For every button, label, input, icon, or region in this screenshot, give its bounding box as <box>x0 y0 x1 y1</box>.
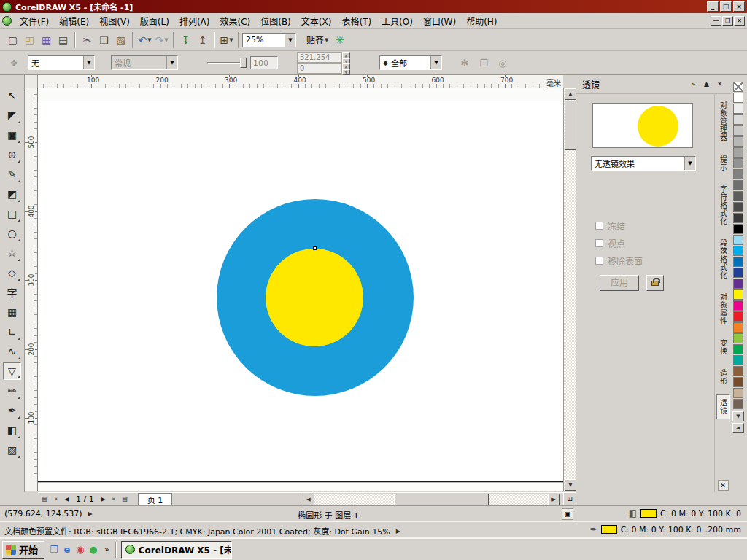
cut-icon[interactable]: ✂ <box>79 31 96 49</box>
undo-icon[interactable]: ↶▼ <box>136 31 153 49</box>
zoom-level-select[interactable]: 25% ▼ <box>242 33 296 47</box>
transparency-tool[interactable]: ▽ <box>3 362 21 380</box>
doc-close-button[interactable]: ✕ <box>734 16 745 26</box>
chevron-down-icon[interactable]: ▼ <box>430 56 441 69</box>
scroll-left-icon[interactable]: ◀ <box>303 494 314 505</box>
horizontal-scrollbar[interactable]: ◀ ▶ <box>303 494 560 505</box>
chevron-down-icon[interactable]: ▼ <box>147 37 151 43</box>
rectangle-tool[interactable]: □ <box>3 205 21 222</box>
color-swatch[interactable] <box>733 169 743 179</box>
color-swatch[interactable] <box>733 136 743 147</box>
color-swatch[interactable] <box>733 322 743 332</box>
table-tool[interactable]: ▦ <box>3 303 21 321</box>
desktop-icon[interactable]: ❐ <box>47 543 61 556</box>
color-swatch[interactable] <box>733 202 743 212</box>
scroll-up-icon[interactable]: ▲ <box>565 88 576 100</box>
menu-item[interactable]: 效果(C) <box>214 13 255 28</box>
color-swatch[interactable] <box>733 257 743 267</box>
slider-thumb[interactable] <box>240 58 247 68</box>
transparency-target-select[interactable]: ◆ 全部 ▼ <box>379 55 442 70</box>
menu-item[interactable]: 工具(O) <box>376 13 418 28</box>
status-flyout-icon[interactable]: ▶ <box>88 510 93 517</box>
menu-item[interactable]: 视图(V) <box>94 13 135 28</box>
color-swatch[interactable] <box>733 366 743 376</box>
quick-launch-overflow-icon[interactable]: » <box>103 545 111 554</box>
vertical-ruler[interactable]: 500400300200100 <box>25 88 38 491</box>
menu-item[interactable]: 位图(B) <box>255 13 296 28</box>
color-swatch[interactable] <box>733 158 743 168</box>
apply-button[interactable]: 应用 <box>600 275 639 291</box>
color-swatch[interactable] <box>733 213 743 223</box>
transparency-y-field[interactable]: 0 <box>297 63 342 74</box>
viewpoint-checkbox[interactable] <box>595 239 603 247</box>
last-page-icon[interactable]: » <box>109 494 120 505</box>
ruler-origin-button[interactable] <box>25 75 38 88</box>
fill-color-swatch[interactable] <box>640 509 657 518</box>
chevron-down-icon[interactable]: ▼ <box>164 37 168 43</box>
connector-tool[interactable]: ∿ <box>3 343 21 360</box>
maximize-button[interactable]: □ <box>720 1 732 12</box>
lock-button[interactable] <box>646 275 664 291</box>
add-page-icon[interactable]: ▤ <box>39 494 50 505</box>
docker-strip-close-icon[interactable]: ✕ <box>718 480 729 491</box>
minimize-button[interactable]: _ <box>707 1 719 12</box>
next-page-icon[interactable]: ▶ <box>98 494 109 505</box>
color-swatch[interactable] <box>733 93 743 103</box>
frozen-checkbox[interactable] <box>595 222 603 230</box>
color-swatch[interactable] <box>733 180 743 190</box>
docker-tab[interactable]: 提示 <box>716 151 730 176</box>
insert-page-icon[interactable]: ▤ <box>120 494 131 505</box>
docker-tab[interactable]: 对象管理器 <box>716 97 730 146</box>
color-swatch[interactable] <box>733 147 743 158</box>
transparency-x-field[interactable]: 321.254 <box>297 52 342 63</box>
color-swatch[interactable] <box>733 104 743 114</box>
scroll-down-icon[interactable]: ▼ <box>565 479 576 491</box>
chevron-down-icon[interactable]: ▼ <box>285 34 295 47</box>
spin-down-icon[interactable]: ▼ <box>342 69 350 75</box>
corel-quick-icon[interactable]: ● <box>87 543 100 556</box>
color-swatch[interactable] <box>733 114 743 125</box>
snap-to-button[interactable]: 贴齐 ▼ <box>303 32 331 47</box>
docker-tab[interactable]: 对象属性 <box>716 289 730 330</box>
color-swatch[interactable] <box>733 246 743 256</box>
menu-item[interactable]: 表格(T) <box>336 13 376 28</box>
color-swatch[interactable] <box>733 125 743 136</box>
color-swatch[interactable] <box>733 333 743 343</box>
color-swatch[interactable] <box>733 300 743 311</box>
import-icon[interactable]: ↧ <box>177 31 194 49</box>
menu-item[interactable]: 版面(L) <box>135 13 174 28</box>
shape-tool[interactable]: ◤ <box>3 106 21 124</box>
chevron-down-icon[interactable]: ▼ <box>166 56 177 69</box>
transparency-settings-icon[interactable]: ◎ <box>495 55 511 71</box>
lens-effect-select[interactable]: 无透镜效果 ▼ <box>591 156 696 171</box>
chevron-down-icon[interactable]: ▼ <box>684 157 695 170</box>
new-icon[interactable]: ▢ <box>4 31 21 49</box>
start-button[interactable]: 开始 <box>2 541 44 559</box>
transparency-type-select[interactable]: 无 ▼ <box>28 55 95 70</box>
previous-page-icon[interactable]: ◀ <box>61 494 72 505</box>
transparency-slider[interactable] <box>207 58 247 68</box>
menu-item[interactable]: 编辑(E) <box>54 13 94 28</box>
close-button[interactable]: × <box>733 1 745 12</box>
spin-up-icon[interactable]: ▲ <box>342 52 350 58</box>
coreldraw-task-button[interactable]: CorelDRAW X5 - [未... <box>121 541 232 559</box>
vertical-scrollbar[interactable]: ▲ ▼ <box>563 88 576 491</box>
print-icon[interactable]: ▤ <box>55 31 71 49</box>
transparency-operation-select[interactable]: 常规 ▼ <box>111 55 178 70</box>
color-swatch[interactable] <box>733 235 743 245</box>
color-swatch[interactable] <box>733 388 743 398</box>
docker-tab[interactable]: 造形 <box>716 365 730 389</box>
smart-fill-tool[interactable]: ◩ <box>3 185 21 203</box>
fill-tool[interactable]: ◧ <box>3 421 21 439</box>
color-swatch[interactable] <box>733 311 743 322</box>
doc-restore-button[interactable]: ❐ <box>722 16 733 26</box>
palette-scroll-down-icon[interactable]: ▼ <box>732 411 744 421</box>
basic-shapes-tool[interactable]: ◇ <box>3 264 21 281</box>
ie-icon[interactable]: e <box>61 543 74 556</box>
navigator-icon[interactable]: ⊞ <box>563 492 576 505</box>
doc-minimize-button[interactable]: — <box>711 16 721 26</box>
copy-transparency-icon[interactable]: ❐ <box>476 55 492 71</box>
horizontal-ruler[interactable]: 毫米 100200300400500600700 <box>38 75 563 88</box>
color-swatch[interactable] <box>733 344 743 354</box>
menu-item[interactable]: 帮助(H) <box>461 13 502 28</box>
